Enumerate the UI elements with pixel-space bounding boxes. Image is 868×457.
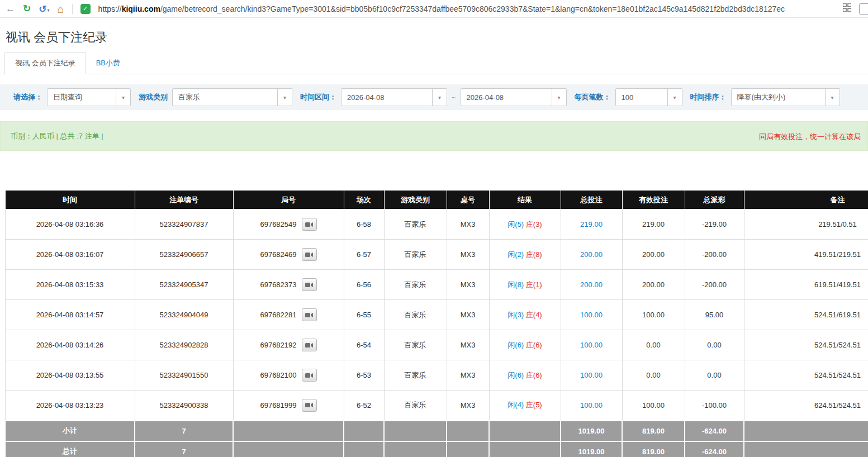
cell-session: 6-52 bbox=[344, 391, 384, 421]
cell-round: 697682192 bbox=[233, 330, 344, 360]
address-bar[interactable]: https://kiqiiu.com/game/betrecord_search… bbox=[98, 4, 835, 13]
video-replay-button[interactable] bbox=[302, 278, 317, 291]
home-icon[interactable] bbox=[58, 3, 64, 15]
round-number: 697682192 bbox=[260, 341, 296, 349]
video-replay-button[interactable] bbox=[302, 308, 317, 321]
extensions-grid-icon[interactable] bbox=[843, 3, 851, 14]
chevron-down-icon[interactable] bbox=[432, 89, 447, 106]
total-bet-link[interactable]: 200.00 bbox=[580, 250, 603, 259]
cell-result: 闲(2) 庄(8) bbox=[489, 240, 561, 270]
footer-empty bbox=[744, 441, 868, 457]
round-number: 697682100 bbox=[260, 371, 296, 379]
sort-order-label: 时间排序： bbox=[690, 92, 727, 102]
result-player: 闲(4) bbox=[507, 401, 524, 409]
query-type-label: 请选择： bbox=[13, 92, 42, 102]
date-from-select[interactable]: 2026-04-08 bbox=[341, 88, 447, 106]
footer-count: 7 bbox=[135, 441, 233, 457]
page-title: 视讯 会员下注纪录 bbox=[0, 18, 868, 46]
cell-remark: 524.51/524.51 bbox=[744, 360, 868, 391]
chevron-down-icon[interactable] bbox=[116, 89, 130, 106]
header-cell: 备注 bbox=[744, 191, 868, 210]
result-player: 闲(2) bbox=[507, 250, 524, 259]
cell-bet-id: 523324906657 bbox=[135, 240, 233, 270]
query-type-select[interactable]: 日期查询 bbox=[47, 88, 131, 106]
header-cell: 结果 bbox=[489, 191, 561, 210]
footer-count: 7 bbox=[135, 421, 233, 441]
result-player: 闲(8) bbox=[507, 280, 524, 289]
chevron-down-icon[interactable] bbox=[48, 4, 50, 14]
cell-time: 2026-04-08 03:16:36 bbox=[5, 210, 135, 240]
total-bet-link[interactable]: 100.00 bbox=[580, 341, 603, 349]
round-number: 697682281 bbox=[260, 311, 296, 319]
total-bet-link[interactable]: 100.00 bbox=[580, 371, 603, 379]
url-path: /game/betrecord_search/kind3?GameType=30… bbox=[160, 4, 785, 13]
sort-order-select[interactable]: 降幂(由大到小) bbox=[731, 88, 840, 106]
header-cell: 总投注 bbox=[561, 191, 622, 210]
video-replay-button[interactable] bbox=[302, 399, 317, 412]
video-replay-button[interactable] bbox=[302, 369, 317, 382]
refresh-icon[interactable] bbox=[23, 4, 31, 13]
filter-bar: 请选择： 日期查询 游戏类别 百家乐 时间区间： 2026-04-08 ~ 20… bbox=[0, 84, 868, 110]
cell-bet-id: 523324900338 bbox=[135, 391, 233, 421]
total-bet-link[interactable]: 100.00 bbox=[580, 401, 603, 410]
cell-round: 697682100 bbox=[233, 360, 344, 391]
header-cell: 时间 bbox=[5, 191, 135, 210]
result-banker: 庄(6) bbox=[526, 371, 542, 379]
cell-result: 闲(5) 庄(3) bbox=[489, 210, 561, 240]
cell-table-no: MX3 bbox=[447, 240, 489, 270]
cell-game-type: 百家乐 bbox=[384, 210, 447, 240]
footer-empty bbox=[384, 421, 447, 441]
bet-records-table: 时间注单编号局号场次游戏类别桌号结果总投注有效投注总派彩备注 2026-04-0… bbox=[4, 190, 868, 457]
cell-valid-bet: 200.00 bbox=[622, 270, 685, 300]
chevron-down-icon[interactable] bbox=[667, 89, 682, 106]
cell-time: 2026-04-08 03:14:26 bbox=[5, 330, 135, 360]
date-to-select[interactable]: 2026-04-08 bbox=[461, 88, 567, 106]
cell-table-no: MX3 bbox=[447, 330, 489, 360]
table-footer: 小计71019.00819.00-624.00总计71019.00819.00-… bbox=[5, 421, 868, 457]
total-bet-link[interactable]: 200.00 bbox=[580, 280, 603, 289]
result-banker: 庄(6) bbox=[526, 341, 542, 349]
cell-session: 6-53 bbox=[344, 360, 384, 391]
video-replay-button[interactable] bbox=[302, 218, 317, 231]
video-replay-button[interactable] bbox=[302, 339, 317, 351]
table-row: 2026-04-08 03:13:23523324900338697681999… bbox=[5, 391, 868, 421]
undo-button[interactable] bbox=[39, 4, 49, 14]
cell-game-type: 百家乐 bbox=[384, 330, 447, 360]
back-icon[interactable] bbox=[6, 4, 15, 13]
table-row: 2026-04-08 03:14:26523324902828697682192… bbox=[5, 330, 868, 360]
footer-empty bbox=[489, 421, 561, 441]
cell-payout: -219.00 bbox=[685, 210, 744, 240]
toolbar-divider bbox=[72, 4, 73, 14]
cell-payout: 0.00 bbox=[685, 360, 744, 391]
currency-total-text: 币别：人民币 | 总共 :7 注单 | bbox=[11, 131, 103, 141]
date-range-tilde: ~ bbox=[452, 93, 456, 102]
cell-valid-bet: 200.00 bbox=[622, 240, 685, 270]
header-cell: 桌号 bbox=[447, 191, 489, 210]
more-tools-icon[interactable] bbox=[859, 3, 868, 15]
header-cell: 游戏类别 bbox=[384, 191, 447, 210]
cell-total-bet: 219.00 bbox=[561, 210, 622, 240]
cell-remark: 219.51/0.51 bbox=[744, 210, 868, 240]
chevron-down-icon[interactable] bbox=[552, 89, 566, 106]
tab-bb-tips[interactable]: BB小费 bbox=[86, 53, 130, 74]
tab-bet-records[interactable]: 视讯 会员下注纪录 bbox=[4, 52, 86, 74]
footer-empty bbox=[233, 441, 344, 457]
cell-payout: -100.00 bbox=[685, 391, 744, 421]
chevron-down-icon[interactable] bbox=[277, 89, 292, 106]
tab-bar: 视讯 会员下注纪录 BB小费 bbox=[0, 54, 868, 74]
header-cell: 总派彩 bbox=[685, 191, 744, 210]
total-bet-link[interactable]: 100.00 bbox=[580, 311, 603, 319]
video-replay-button[interactable] bbox=[302, 248, 317, 261]
cell-time: 2026-04-08 03:15:33 bbox=[5, 270, 135, 300]
page-size-select[interactable]: 100 bbox=[615, 88, 682, 106]
total-bet-link[interactable]: 219.00 bbox=[580, 220, 603, 229]
game-type-select[interactable]: 百家乐 bbox=[172, 88, 292, 106]
header-cell: 有效投注 bbox=[622, 191, 685, 210]
cell-game-type: 百家乐 bbox=[384, 300, 447, 330]
cell-table-no: MX3 bbox=[447, 391, 489, 421]
cell-time: 2026-04-08 03:16:07 bbox=[5, 240, 135, 270]
table-row: 2026-04-08 03:16:07523324906657697682469… bbox=[5, 240, 868, 270]
chevron-down-icon[interactable] bbox=[825, 89, 839, 106]
result-player: 闲(5) bbox=[507, 220, 524, 229]
date-from-value: 2026-04-08 bbox=[341, 93, 390, 102]
